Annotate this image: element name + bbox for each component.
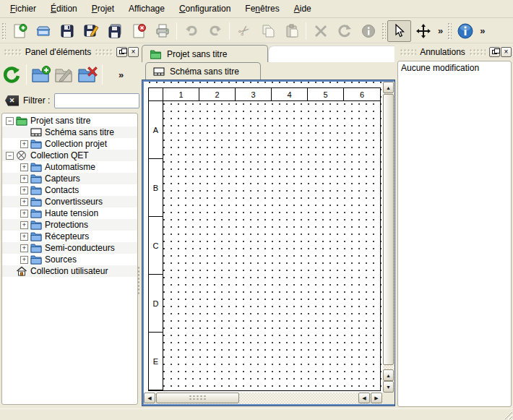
collapse-expander-icon[interactable]: − bbox=[6, 117, 14, 125]
float-panel-button[interactable] bbox=[489, 47, 500, 57]
toolbar-separator bbox=[306, 22, 306, 40]
vertical-scrollbar-thumb[interactable] bbox=[383, 94, 394, 365]
toolbar-separator bbox=[229, 22, 230, 40]
redo-button[interactable] bbox=[203, 20, 227, 42]
folder-delete-icon bbox=[77, 65, 98, 84]
filter-input[interactable] bbox=[54, 93, 139, 108]
panel-splitter-handle[interactable] bbox=[137, 266, 141, 295]
print-button[interactable] bbox=[150, 20, 174, 42]
folder-pencil-icon bbox=[54, 65, 74, 84]
filter-row: ✕ Filtrer : bbox=[0, 90, 140, 111]
tree-item-recepteurs[interactable]: + Récepteurs bbox=[2, 231, 137, 242]
project-tab-bar: Projet sans titre bbox=[142, 45, 396, 62]
expand-expander-icon[interactable]: + bbox=[20, 187, 28, 194]
undo-button[interactable] bbox=[179, 20, 203, 42]
elements-tree: − Projet sans titre Schéma sans titre + … bbox=[1, 113, 138, 405]
horizontal-scrollbar[interactable]: ◀ ◀ ▶ bbox=[144, 393, 383, 404]
about-info-button[interactable] bbox=[453, 20, 477, 42]
blue-folder-icon bbox=[30, 185, 43, 195]
close-panel-button[interactable]: × bbox=[501, 47, 512, 57]
close-panel-button[interactable]: × bbox=[128, 47, 139, 57]
reload-collections-button[interactable] bbox=[0, 63, 23, 86]
expand-expander-icon[interactable]: + bbox=[20, 244, 28, 252]
close-document-button[interactable] bbox=[126, 20, 150, 42]
tree-item-capteurs[interactable]: + Capteurs bbox=[2, 173, 137, 184]
tree-item-collection-utilisateur[interactable]: Collection utilisateur bbox=[2, 265, 137, 277]
resize-grip[interactable] bbox=[503, 410, 512, 419]
toolbar-drag-handle[interactable] bbox=[1, 22, 6, 40]
scroll-down-button[interactable]: ▼ bbox=[383, 381, 394, 393]
save-button[interactable] bbox=[55, 20, 79, 42]
tree-item-project[interactable]: − Projet sans titre bbox=[2, 115, 137, 127]
menu-fenetres[interactable]: Fenêtres bbox=[238, 1, 286, 16]
toolbar-overflow-chevron[interactable]: » bbox=[477, 25, 488, 36]
delete-category-button[interactable] bbox=[76, 63, 99, 86]
open-project-button[interactable] bbox=[31, 20, 55, 42]
properties-button[interactable] bbox=[356, 20, 380, 42]
tree-item-convertisseurs[interactable]: + Convertisseurs bbox=[2, 196, 137, 207]
menu-aide[interactable]: Aide bbox=[287, 1, 319, 16]
expand-expander-icon[interactable]: + bbox=[20, 163, 28, 171]
tree-item-semi-conducteurs[interactable]: + Semi-conducteurs bbox=[2, 242, 137, 254]
expand-expander-icon[interactable]: + bbox=[20, 233, 28, 241]
arrow-left-icon: ◀ bbox=[362, 395, 366, 401]
blue-folder-icon bbox=[30, 139, 43, 149]
toolbar-overflow-chevron[interactable]: » bbox=[435, 25, 446, 36]
tree-item-sources[interactable]: + Sources bbox=[2, 254, 137, 265]
save-all-button[interactable] bbox=[103, 20, 126, 42]
menu-affichage[interactable]: Affichage bbox=[121, 1, 172, 16]
blue-folder-icon bbox=[30, 231, 43, 241]
tree-item-contacts[interactable]: + Contacts bbox=[2, 184, 137, 196]
tree-item-schema[interactable]: Schéma sans titre bbox=[2, 127, 137, 138]
rotate-button[interactable] bbox=[332, 20, 356, 42]
scroll-left-button[interactable]: ◀ bbox=[358, 393, 370, 403]
float-panel-button[interactable] bbox=[116, 47, 127, 57]
menu-edition[interactable]: Édition bbox=[43, 1, 85, 16]
collapse-expander-icon[interactable]: − bbox=[6, 152, 14, 160]
expand-expander-icon[interactable]: + bbox=[20, 210, 28, 218]
tree-item-haute-tension[interactable]: + Haute tension bbox=[2, 207, 137, 219]
undo-list-item[interactable]: Aucune modification bbox=[400, 62, 509, 74]
new-category-button[interactable] bbox=[30, 63, 53, 86]
copy-button[interactable] bbox=[256, 20, 280, 42]
scroll-up-button[interactable]: ▲ bbox=[383, 82, 394, 93]
select-tool-button[interactable] bbox=[387, 20, 411, 42]
arrow-down-icon: ▼ bbox=[386, 385, 391, 390]
new-document-button[interactable] bbox=[7, 20, 31, 42]
status-bar bbox=[0, 408, 513, 420]
expand-expander-icon[interactable]: + bbox=[20, 140, 28, 148]
horizontal-scrollbar-thumb[interactable] bbox=[156, 393, 239, 403]
vertical-scrollbar[interactable]: ▲ ▲ ▼ bbox=[383, 82, 395, 393]
move-tool-button[interactable] bbox=[411, 20, 435, 42]
copy-icon bbox=[260, 23, 276, 39]
scroll-up-button[interactable]: ▲ bbox=[383, 369, 394, 381]
tree-item-collection-qet[interactable]: − Collection QET bbox=[2, 150, 137, 161]
edit-category-button[interactable] bbox=[53, 63, 76, 86]
toolbar-drag-handle[interactable] bbox=[447, 22, 452, 40]
delete-button[interactable] bbox=[309, 20, 332, 42]
menu-configuration[interactable]: Configuration bbox=[172, 1, 238, 16]
tab-projet-sans-titre[interactable]: Projet sans titre bbox=[142, 45, 268, 62]
clear-filter-icon[interactable]: ✕ bbox=[5, 95, 19, 106]
paste-button[interactable] bbox=[280, 20, 303, 42]
expand-expander-icon[interactable]: + bbox=[20, 256, 28, 264]
tab-schema-sans-titre[interactable]: Schéma sans titre bbox=[145, 62, 261, 80]
tree-item-collection-projet[interactable]: + Collection projet bbox=[2, 138, 137, 150]
diagram-canvas[interactable]: 1 2 3 4 5 6 A B C D E bbox=[144, 82, 383, 393]
menu-fichier[interactable]: Fichier bbox=[3, 1, 43, 16]
elements-toolbar-overflow-chevron[interactable]: » bbox=[116, 69, 126, 80]
expand-expander-icon[interactable]: + bbox=[20, 198, 28, 206]
save-as-button[interactable] bbox=[79, 20, 103, 42]
tree-item-protections[interactable]: + Protections bbox=[2, 219, 137, 231]
schema-icon bbox=[30, 127, 43, 137]
expand-expander-icon[interactable]: + bbox=[20, 221, 28, 229]
scroll-left-button[interactable]: ◀ bbox=[144, 393, 155, 403]
tree-item-automatisme[interactable]: + Automatisme bbox=[2, 161, 137, 173]
toolbar-drag-handle[interactable] bbox=[381, 22, 386, 40]
cut-button[interactable]: ✂ bbox=[232, 20, 256, 42]
blue-folder-icon bbox=[30, 254, 43, 265]
menu-projet[interactable]: Projet bbox=[85, 1, 121, 16]
scroll-right-button[interactable]: ▶ bbox=[371, 393, 382, 403]
expand-expander-icon[interactable]: + bbox=[20, 175, 28, 183]
column-header: 2 bbox=[199, 88, 236, 101]
